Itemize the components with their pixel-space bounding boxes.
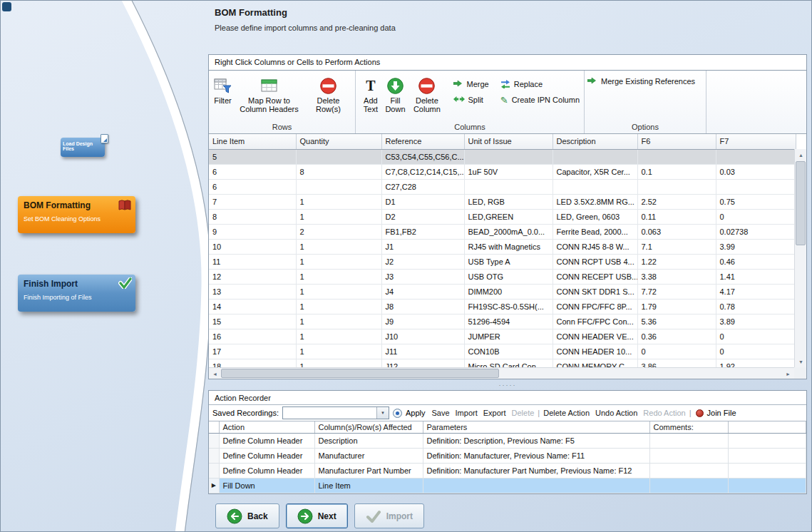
grid-column-header-description[interactable]: Description	[553, 134, 637, 149]
grid-cell[interactable]: 3.89	[716, 314, 796, 329]
recorder-cell[interactable]	[649, 463, 728, 478]
recorder-row[interactable]: Define Column HeaderManufacturer Part Nu…	[209, 463, 806, 478]
dropdown-arrow-icon[interactable]: ▼	[376, 407, 389, 419]
apply-label[interactable]: Apply	[406, 409, 426, 417]
grid-cell[interactable]: D2	[381, 209, 464, 224]
grid-cell[interactable]: Conn FFC/FPC Con...	[553, 314, 637, 329]
grid-cell[interactable]: 0	[716, 329, 796, 344]
recorder-cell[interactable]: Define Column Header	[219, 463, 314, 478]
grid-cell[interactable]: 13	[209, 284, 296, 299]
grid-cell[interactable]: 1	[296, 299, 381, 314]
recorder-cell[interactable]: Fill Down	[219, 478, 314, 493]
grid-cell[interactable]: 3.38	[637, 269, 716, 284]
grid-cell[interactable]: BEAD_2000mA_0.0...	[464, 224, 553, 239]
grid-cell[interactable]: Ferrite Bead, 2000...	[553, 224, 637, 239]
replace-button[interactable]: Replace	[500, 76, 580, 92]
grid-cell[interactable]: 51296-4594	[464, 314, 553, 329]
recorder-action-export[interactable]: Export	[483, 409, 506, 417]
grid-cell[interactable]: CONN HEADER VE...	[553, 329, 637, 344]
grid-cell[interactable]: 3.99	[716, 239, 796, 254]
recorder-cell[interactable]: Line Item	[314, 478, 423, 493]
grid-cell[interactable]: 0.75	[716, 194, 796, 209]
merge-button[interactable]: Merge	[453, 76, 489, 92]
grid-cell[interactable]: 6	[209, 164, 296, 179]
grid-cell[interactable]: FB1,FB2	[381, 224, 464, 239]
recorder-action-import[interactable]: Import	[456, 409, 478, 417]
grid-column-header-line-item[interactable]: Line Item	[209, 134, 296, 149]
grid-cell[interactable]: Capacitor, X5R Cer...	[553, 164, 637, 179]
vertical-scrollbar-thumb[interactable]	[796, 161, 806, 245]
grid-cell[interactable]: J3	[381, 269, 464, 284]
grid-cell[interactable]: CONN RECEPT USB...	[553, 269, 637, 284]
recorder-cell[interactable]: Define Column Header	[219, 433, 314, 448]
recorder-action-undo-action[interactable]: Undo Action	[595, 409, 637, 417]
grid-cell[interactable]: 8	[209, 209, 296, 224]
map-row-to-column-headers-button[interactable]: Map Row to Column Headers	[234, 74, 304, 114]
horizontal-scrollbar[interactable]: ◄ ►	[209, 367, 794, 379]
grid-cell[interactable]: J10	[381, 329, 464, 344]
grid-cell[interactable]: 10	[209, 239, 296, 254]
grid-cell[interactable]: 1.79	[637, 299, 716, 314]
vertical-scrollbar[interactable]: ▲ ▼	[794, 149, 806, 367]
grid-column-header-f6[interactable]: F6	[637, 134, 716, 149]
grid-cell[interactable]: 1uF 50V	[464, 164, 553, 179]
grid-cell[interactable]: C53,C54,C55,C56,C...	[381, 149, 464, 164]
recorder-action-delete-action[interactable]: Delete Action	[543, 409, 590, 417]
grid-cell[interactable]: 0.03	[716, 164, 796, 179]
grid-cell[interactable]: 0.1	[637, 164, 716, 179]
grid-cell[interactable]: 1	[296, 284, 381, 299]
saved-recordings-select[interactable]: ▼	[282, 406, 389, 419]
grid-cell[interactable]	[296, 149, 381, 164]
grid-cell[interactable]: 15	[209, 314, 296, 329]
grid-cell[interactable]: CONN RCPT USB 4...	[553, 254, 637, 269]
grid-cell[interactable]: 1	[296, 329, 381, 344]
grid-cell[interactable]: 16	[209, 329, 296, 344]
grid-cell[interactable]: CONN RJ45 8-8 W...	[553, 239, 637, 254]
grid-cell[interactable]	[296, 179, 381, 194]
grid-cell[interactable]: LED, RGB	[464, 194, 553, 209]
step-load-design-files[interactable]: Load Design Files	[61, 138, 105, 157]
grid-cell[interactable]: 8	[296, 164, 381, 179]
recorder-row[interactable]: Define Column HeaderManufacturerDefiniti…	[209, 448, 806, 463]
recorder-column-header-column-s-row-s-affected[interactable]: Column(s)/Row(s) Affected	[314, 421, 423, 433]
recorder-row[interactable]: ▶Fill DownLine Item	[209, 478, 806, 493]
grid-cell[interactable]: 7.72	[637, 284, 716, 299]
grid-cell[interactable]: USB OTG	[464, 269, 553, 284]
recorder-cell[interactable]	[649, 478, 728, 493]
recorder-action-save[interactable]: Save	[431, 409, 449, 417]
grid-cell[interactable]: 1	[296, 344, 381, 359]
grid-cell[interactable]: 1	[296, 194, 381, 209]
recorder-cell[interactable]	[649, 448, 728, 463]
grid-cell[interactable]	[637, 149, 716, 164]
grid-cell[interactable]: DIMM200	[464, 284, 553, 299]
join-file-link[interactable]: Join File	[707, 409, 736, 417]
grid-cell[interactable]: J1	[381, 239, 464, 254]
grid-column-header-quantity[interactable]: Quantity	[296, 134, 381, 149]
grid-cell[interactable]: 7	[209, 194, 296, 209]
grid-cell[interactable]: 1.41	[716, 269, 796, 284]
horizontal-scrollbar-thumb[interactable]	[221, 369, 499, 378]
recorder-cell[interactable]: Description	[314, 433, 423, 448]
grid-cell[interactable]	[716, 149, 796, 164]
next-button[interactable]: Next	[286, 503, 348, 528]
grid-cell[interactable]: 11	[209, 254, 296, 269]
add-text-button[interactable]: T Add Text	[359, 74, 383, 114]
grid-cell[interactable]: CONN HEADER 10...	[553, 344, 637, 359]
grid-cell[interactable]: 6	[209, 179, 296, 194]
delete-column-button[interactable]: Delete Column	[408, 74, 446, 114]
grid-cell[interactable]: 12	[209, 269, 296, 284]
grid-cell[interactable]: USB Type A	[464, 254, 553, 269]
recorder-cell[interactable]: Manufacturer	[314, 448, 423, 463]
recorder-column-header-comments[interactable]: Comments:	[649, 421, 728, 433]
grid-cell[interactable]: 0	[637, 344, 716, 359]
grid-cell[interactable]: 2.52	[637, 194, 716, 209]
merge-existing-references-button[interactable]: Merge Existing References	[587, 76, 695, 86]
grid-cell[interactable]: LED,GREEN	[464, 209, 553, 224]
grid-cell[interactable]: 5.36	[637, 314, 716, 329]
recorder-cell[interactable]: Definition: Manufacturer, Previous Name:…	[423, 448, 649, 463]
grid-cell[interactable]: 9	[209, 224, 296, 239]
grid-cell[interactable]: J11	[381, 344, 464, 359]
grid-cell[interactable]: 4.17	[716, 284, 796, 299]
grid-cell[interactable]: D1	[381, 194, 464, 209]
back-button[interactable]: Back	[215, 503, 279, 528]
